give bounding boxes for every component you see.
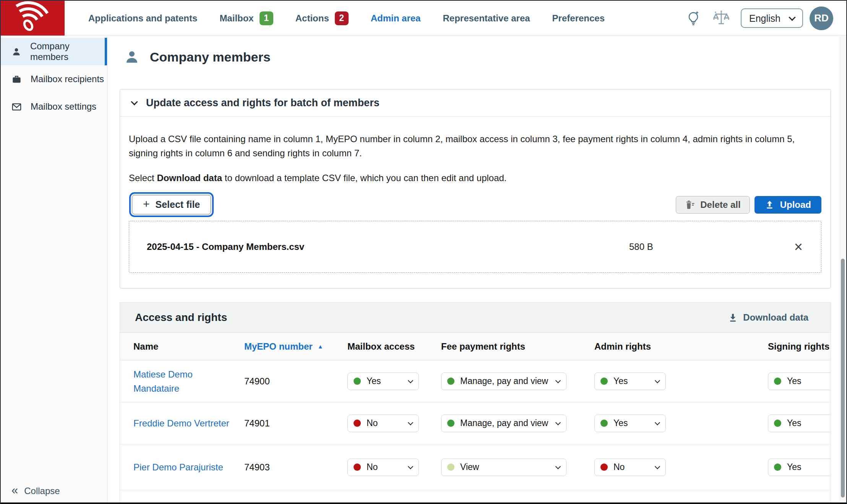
file-dropzone: 2025-04-15 - Company Members.csv 580 B × (129, 221, 821, 273)
select-value: No (613, 462, 625, 472)
top-navigation: Applications and patents Mailbox 1 Actio… (1, 1, 846, 36)
assistant-lightbulb-icon[interactable] (686, 10, 701, 27)
fee-payment-rights-cell (441, 502, 594, 503)
status-dot (774, 463, 781, 471)
status-dot (600, 378, 608, 385)
select-file-button[interactable]: + Select file (132, 195, 211, 214)
fee-payment-rights-select[interactable]: Manage, pay and view (441, 415, 566, 432)
signing-rights-cell: Yes (768, 459, 831, 476)
admin-rights-select[interactable]: Yes (594, 415, 666, 432)
nav-label: Actions (295, 13, 329, 24)
scrollbar-thumb[interactable] (841, 259, 845, 498)
sidebar-item-mailbox-recipients[interactable]: Mailbox recipients (1, 65, 107, 93)
nav-applications-and-patents[interactable]: Applications and patents (88, 13, 197, 24)
sidebar-collapse-button[interactable]: « Collapse (11, 486, 60, 496)
fee-payment-rights-select[interactable] (441, 502, 566, 503)
fee-payment-rights-cell: View (441, 459, 594, 476)
remove-file-button[interactable]: × (794, 240, 803, 254)
status-dot (774, 420, 781, 427)
select-value: No (367, 462, 378, 472)
upload-icon (765, 200, 774, 209)
fee-payment-rights-cell: Manage, pay and view (441, 373, 594, 390)
sidebar-item-label: Company members (30, 41, 107, 62)
download-template-instructions: Select Download data to download a templ… (129, 171, 821, 185)
admin-rights-cell: Yes (594, 415, 768, 432)
column-header-signing-rights[interactable]: Signing rights (768, 341, 831, 352)
fee-payment-rights-select[interactable]: View (441, 459, 566, 476)
select-value: No (367, 418, 378, 428)
table-row: Freddie Demo Vertreter 74901 No Manage, … (120, 402, 831, 444)
table-row: Pier Demo Parajuriste 74903 No View No (120, 444, 831, 490)
select-value: Yes (787, 418, 802, 428)
name-cell: Freddie Demo Vertreter (133, 416, 244, 430)
briefcase-icon (11, 74, 22, 84)
select-value: View (460, 462, 479, 472)
batch-update-panel-header[interactable]: Update access and rights for batch of me… (120, 89, 831, 117)
access-and-rights-header: Access and rights Download data (120, 303, 831, 333)
nav-representative-area[interactable]: Representative area (443, 13, 530, 24)
download-data-button[interactable]: Download data (728, 312, 808, 323)
mailbox-access-select[interactable]: No (347, 415, 419, 432)
column-header-name[interactable]: Name (133, 341, 244, 352)
column-header-admin-rights[interactable]: Admin rights (594, 341, 768, 352)
status-dot (354, 463, 361, 471)
select-value: Yes (613, 418, 628, 428)
user-avatar[interactable]: RD (810, 6, 833, 30)
nav-admin-area[interactable]: Admin area (371, 13, 421, 24)
chevron-down-icon (555, 378, 561, 383)
chevron-down-icon (555, 420, 561, 425)
signing-rights-select[interactable]: Yes (768, 459, 831, 476)
signing-rights-select[interactable] (768, 502, 831, 503)
admin-rights-select[interactable]: No (594, 459, 666, 476)
legal-scales-icon[interactable] (712, 9, 730, 28)
signing-rights-select[interactable]: Yes (768, 373, 831, 390)
access-and-rights-title: Access and rights (135, 311, 227, 324)
chevron-down-icon (131, 98, 138, 105)
fee-payment-rights-select[interactable]: Manage, pay and view (441, 373, 566, 390)
mailbox-access-select[interactable]: No (347, 459, 419, 476)
vertical-scrollbar[interactable] (840, 36, 845, 501)
upload-label: Upload (780, 199, 811, 210)
nav-actions[interactable]: Actions 2 (295, 11, 349, 25)
admin-rights-cell: Yes (594, 373, 768, 390)
delete-all-button[interactable]: Delete all (676, 196, 750, 214)
status-dot (600, 463, 608, 471)
signing-rights-select[interactable]: Yes (768, 415, 831, 432)
admin-rights-select[interactable]: Yes (594, 373, 666, 390)
language-select[interactable]: English (741, 8, 803, 28)
member-name-link[interactable]: Freddie Demo Vertreter (133, 416, 239, 430)
upload-actions: Delete all Upload (676, 196, 821, 214)
sidebar: Company members Mailbox recipients Mailb… (1, 36, 107, 502)
column-header-myepo-number[interactable]: MyEPO number ▲ (244, 341, 347, 352)
column-header-fee-payment-rights[interactable]: Fee payment rights (441, 341, 594, 352)
chevron-down-icon (408, 420, 413, 425)
user-icon (11, 47, 21, 57)
signing-rights-cell: Yes (768, 415, 831, 432)
member-name-link[interactable]: Matiese Demo Mandataire (133, 367, 244, 395)
envelope-icon (11, 102, 22, 112)
app-window: Applications and patents Mailbox 1 Actio… (0, 0, 847, 504)
sort-ascending-icon: ▲ (318, 344, 323, 349)
batch-update-panel: Update access and rights for batch of me… (120, 89, 831, 288)
column-header-label: MyEPO number (244, 341, 313, 352)
upload-instructions: Upload a CSV file containing name in col… (129, 132, 813, 160)
table-body: Matiese Demo Mandataire 74900 Yes Manage… (120, 360, 831, 502)
mailbox-access-select[interactable]: Yes (347, 373, 419, 390)
mailbox-access-select[interactable] (347, 502, 419, 503)
sidebar-item-mailbox-settings[interactable]: Mailbox settings (1, 93, 107, 120)
select-value: Yes (787, 376, 802, 386)
collapse-label: Collapse (24, 486, 60, 496)
epo-logo[interactable] (1, 1, 65, 36)
status-dot (447, 463, 454, 471)
column-header-mailbox-access[interactable]: Mailbox access (347, 341, 441, 352)
avatar-initials: RD (814, 12, 829, 24)
status-dot (600, 420, 608, 427)
nav-mailbox[interactable]: Mailbox 1 (219, 11, 273, 25)
upload-button[interactable]: Upload (755, 196, 821, 214)
nav-preferences[interactable]: Preferences (552, 13, 605, 24)
uploaded-file-name: 2025-04-15 - Company Members.csv (147, 241, 304, 252)
plus-icon: + (143, 198, 150, 211)
member-name-link[interactable]: Pier Demo Parajuriste (133, 460, 233, 474)
admin-rights-select[interactable] (594, 502, 666, 503)
sidebar-item-company-members[interactable]: Company members (1, 38, 107, 65)
